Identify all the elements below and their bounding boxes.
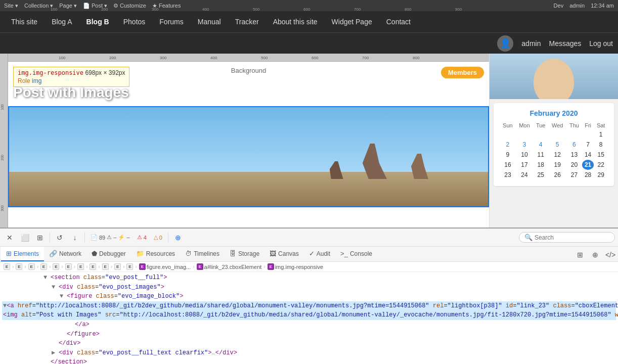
cal-header-wed: Wed	[548, 121, 566, 129]
devtools-dock-button[interactable]: ⬜	[18, 231, 31, 244]
admin-username[interactable]: admin	[521, 39, 541, 48]
nav-about[interactable]: About this site	[267, 15, 324, 29]
cal-day-13: 13	[566, 150, 582, 160]
bc-item-img[interactable]: E img.img-responsive	[266, 263, 325, 270]
ruler-bar: Site ▾ Collection ▾ Page ▾ 📄 Post ▾ ⚙ Cu…	[0, 0, 618, 11]
bc-item-2[interactable]: E	[27, 263, 36, 270]
bc-item-anchor[interactable]: E a#link_23.cboxElement	[195, 263, 263, 270]
cal-day	[548, 129, 566, 140]
nav-tracker[interactable]: Tracker	[229, 15, 265, 29]
bc-item-10[interactable]: E	[125, 263, 135, 270]
tab-timelines[interactable]: ⏱ Timelines	[180, 247, 225, 261]
tab-audit[interactable]: ✓ Audit	[304, 247, 335, 261]
avatar: 👤	[497, 35, 513, 52]
nav-contact[interactable]: Contact	[380, 15, 417, 29]
cal-day-4[interactable]: 4	[533, 140, 548, 150]
cal-day-6[interactable]: 6	[566, 140, 582, 150]
cal-header-thu: Thu	[566, 121, 582, 129]
toolbar-separator	[50, 233, 50, 243]
devtools-code-panel[interactable]: ▼ <section class="evo_post__full" > ▼ <d…	[0, 272, 618, 364]
nav-forums[interactable]: Forums	[153, 15, 189, 29]
code-line-close-figure: </figure>	[2, 330, 616, 339]
tab-resources[interactable]: 📁 Resources	[131, 247, 180, 261]
devtools-code-button[interactable]: </>	[604, 248, 617, 261]
nav-manual[interactable]: Manual	[192, 15, 227, 29]
ruler-features[interactable]: ★ Features	[152, 3, 181, 9]
cal-header-tue: Tue	[533, 121, 548, 129]
errors-count-badge: ⚠ 4	[135, 234, 149, 241]
resources-icon: 📁	[136, 250, 144, 257]
code-line-figure: ▼ <figure class="evo_image_block" >	[2, 292, 616, 301]
bc-item-0[interactable]: E	[2, 263, 12, 270]
cal-day-8: 8	[594, 140, 608, 150]
canvas-icon: 🖼	[270, 250, 276, 257]
logout-link[interactable]: Log out	[589, 39, 613, 48]
messages-link[interactable]: Messages	[549, 39, 581, 48]
cal-day	[500, 129, 516, 140]
bc-item-3[interactable]: E	[39, 263, 49, 270]
devtools-search-box[interactable]: 🔍	[519, 232, 615, 243]
cal-day-16: 16	[500, 160, 516, 170]
cal-day-26: 26	[548, 170, 566, 180]
network-icon: 🔗	[49, 250, 57, 257]
tab-network[interactable]: 🔗 Network	[44, 247, 86, 261]
user-bar: 👤 admin Messages Log out	[0, 32, 618, 54]
ruler-customize[interactable]: ⚙ Customize	[113, 3, 146, 9]
tab-storage[interactable]: 🗄 Storage	[225, 247, 264, 261]
bc-item-4[interactable]: E	[51, 263, 61, 270]
ruler-collection[interactable]: Collection ▾	[24, 3, 53, 9]
cal-day-22: 22	[594, 160, 608, 170]
search-input[interactable]	[535, 234, 609, 241]
cal-header-fri: Fri	[582, 121, 594, 129]
cal-day-5[interactable]: 5	[548, 140, 566, 150]
bc-item-7[interactable]: E	[88, 263, 98, 270]
bc-item-1[interactable]: E	[14, 263, 24, 270]
cal-header-sat: Sat	[594, 121, 608, 129]
devtools-toolbar: ✕ ⬜ ⊞ ↺ ↓ 📄 89 ⚠ – ⚡ – ⚠ 4 △ 0 ⊕	[0, 229, 618, 247]
devtools-refresh-button[interactable]: ↺	[53, 231, 66, 244]
devtools-settings-button[interactable]: ⊞	[573, 248, 587, 261]
devtools-download-button[interactable]: ↓	[68, 231, 81, 244]
nav-photos[interactable]: Photos	[117, 15, 152, 29]
post-image	[8, 106, 489, 207]
devtools-split-button[interactable]: ⊞	[33, 231, 47, 244]
nav-widget-page[interactable]: Widget Page	[326, 15, 378, 29]
bc-item-8[interactable]: E	[101, 263, 110, 270]
tab-elements[interactable]: ⊞ Elements	[1, 247, 44, 261]
cal-day-20: 20	[566, 160, 582, 170]
cal-day-17: 17	[516, 160, 533, 170]
tab-console[interactable]: >_ Console	[335, 247, 377, 261]
search-icon: 🔍	[524, 234, 533, 241]
tab-debugger[interactable]: ⬟ Debugger	[86, 247, 131, 261]
bc-item-9[interactable]: E	[113, 263, 122, 270]
tab-canvas[interactable]: 🖼 Canvas	[264, 247, 304, 261]
ruler-page[interactable]: Page ▾	[59, 3, 77, 9]
bc-item-6[interactable]: E	[76, 263, 85, 270]
devtools-close-button[interactable]: ✕	[3, 231, 16, 244]
nav-blog-a[interactable]: Blog A	[46, 15, 78, 29]
bc-item-5[interactable]: E	[64, 263, 73, 270]
code-line-close-a: </a>	[2, 320, 616, 330]
code-line-img: <img alt="Post with Images" src="http://…	[2, 310, 616, 320]
devtools-code-area: ▼ <section class="evo_post__full" > ▼ <d…	[0, 272, 618, 364]
devtools-pick-button[interactable]: ⊕	[171, 231, 185, 244]
dev-label[interactable]: Dev	[554, 3, 564, 9]
cal-day-25: 25	[533, 170, 548, 180]
calendar-grid: Sun Mon Tue Wed Thu Fri Sat	[500, 121, 608, 180]
cal-day-15: 15	[594, 150, 608, 160]
elements-icon: ⊞	[6, 250, 12, 257]
warnings-count-badge: △ 0	[151, 234, 165, 241]
cal-day-21[interactable]: 21	[582, 160, 594, 170]
ruler-site[interactable]: Site ▾	[4, 3, 18, 9]
docs-count-badge: 📄 89 ⚠ – ⚡ –	[88, 234, 133, 241]
ruler-post[interactable]: 📄 Post ▾	[83, 3, 107, 9]
nav-blog-b[interactable]: Blog B	[80, 15, 115, 29]
cal-day-1: 1	[594, 129, 608, 140]
bc-item-figure[interactable]: E figure.evo_imag...	[138, 263, 192, 270]
nav-this-site[interactable]: This site	[5, 15, 43, 29]
cal-day-2[interactable]: 2	[500, 140, 516, 150]
admin-menu[interactable]: admin	[569, 3, 585, 9]
cal-day-27: 27	[566, 170, 582, 180]
devtools-more-button[interactable]: ⊕	[589, 248, 602, 261]
cal-day-3[interactable]: 3	[516, 140, 533, 150]
